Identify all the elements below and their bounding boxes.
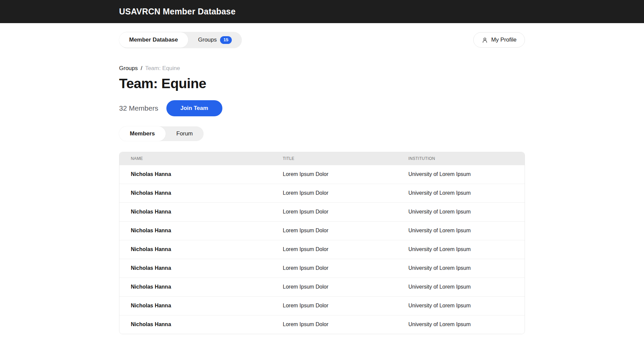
table-row[interactable]: Nicholas Hanna Lorem Ipsum Dolor Univers… — [119, 259, 525, 278]
tab-forum[interactable]: Forum — [166, 126, 204, 141]
table-row[interactable]: Nicholas Hanna Lorem Ipsum Dolor Univers… — [119, 296, 525, 315]
main-nav-tabs: Member Database Groups 15 — [119, 32, 242, 48]
member-name: Nicholas Hanna — [119, 284, 271, 290]
member-institution: University of Lorem Ipsum — [397, 171, 525, 177]
member-count: 32 Members — [119, 104, 158, 112]
table-row[interactable]: Nicholas Hanna Lorem Ipsum Dolor Univers… — [119, 240, 525, 259]
tab-forum-label: Forum — [176, 130, 193, 137]
member-institution: University of Lorem Ipsum — [397, 246, 525, 252]
member-institution: University of Lorem Ipsum — [397, 190, 525, 196]
member-name: Nicholas Hanna — [119, 209, 271, 215]
table-row[interactable]: Nicholas Hanna Lorem Ipsum Dolor Univers… — [119, 278, 525, 296]
member-institution: University of Lorem Ipsum — [397, 209, 525, 215]
app-header: USAVRCN Member Database — [0, 0, 644, 23]
column-header-title: Title — [271, 156, 397, 161]
breadcrumb-separator: / — [141, 65, 142, 71]
member-title: Lorem Ipsum Dolor — [271, 209, 397, 215]
member-institution: University of Lorem Ipsum — [397, 228, 525, 234]
member-name: Nicholas Hanna — [119, 228, 271, 234]
table-row[interactable]: Nicholas Hanna Lorem Ipsum Dolor Univers… — [119, 184, 525, 202]
members-table: Name Title Institution Nicholas Hanna Lo… — [119, 152, 525, 334]
member-institution: University of Lorem Ipsum — [397, 321, 525, 327]
member-title: Lorem Ipsum Dolor — [271, 265, 397, 271]
app-title: USAVRCN Member Database — [119, 7, 525, 16]
table-row[interactable]: Nicholas Hanna Lorem Ipsum Dolor Univers… — [119, 165, 525, 184]
tab-members-label: Members — [130, 130, 155, 137]
my-profile-label: My Profile — [491, 37, 517, 43]
tab-members[interactable]: Members — [119, 126, 166, 141]
member-title: Lorem Ipsum Dolor — [271, 171, 397, 177]
member-name: Nicholas Hanna — [119, 246, 271, 252]
tab-groups-label: Groups — [198, 37, 217, 43]
page-title: Team: Equine — [119, 76, 525, 92]
table-header-row: Name Title Institution — [119, 152, 525, 165]
column-header-institution: Institution — [397, 156, 525, 161]
column-header-name: Name — [119, 156, 271, 161]
member-institution: University of Lorem Ipsum — [397, 303, 525, 309]
member-title: Lorem Ipsum Dolor — [271, 284, 397, 290]
tab-groups[interactable]: Groups 15 — [188, 32, 242, 48]
join-team-button[interactable]: Join Team — [166, 100, 222, 116]
table-row[interactable]: Nicholas Hanna Lorem Ipsum Dolor Univers… — [119, 315, 525, 334]
breadcrumb-groups-link[interactable]: Groups — [119, 65, 138, 71]
breadcrumb-current: Team: Equine — [145, 65, 180, 71]
groups-count-badge: 15 — [220, 36, 231, 44]
member-institution: University of Lorem Ipsum — [397, 284, 525, 290]
member-name: Nicholas Hanna — [119, 303, 271, 309]
user-icon — [482, 37, 488, 43]
member-name: Nicholas Hanna — [119, 321, 271, 327]
table-body: Nicholas Hanna Lorem Ipsum Dolor Univers… — [119, 165, 525, 334]
member-name: Nicholas Hanna — [119, 171, 271, 177]
member-title: Lorem Ipsum Dolor — [271, 190, 397, 196]
team-actions: 32 Members Join Team — [119, 100, 525, 116]
member-title: Lorem Ipsum Dolor — [271, 303, 397, 309]
section-tabs: Members Forum — [119, 126, 525, 141]
member-title: Lorem Ipsum Dolor — [271, 321, 397, 327]
table-row[interactable]: Nicholas Hanna Lorem Ipsum Dolor Univers… — [119, 221, 525, 240]
member-name: Nicholas Hanna — [119, 190, 271, 196]
tab-member-database-label: Member Database — [129, 37, 178, 43]
member-title: Lorem Ipsum Dolor — [271, 228, 397, 234]
member-name: Nicholas Hanna — [119, 265, 271, 271]
my-profile-button[interactable]: My Profile — [473, 32, 525, 48]
nav-row: Member Database Groups 15 My Profile — [119, 32, 525, 48]
tab-member-database[interactable]: Member Database — [119, 32, 188, 48]
member-title: Lorem Ipsum Dolor — [271, 246, 397, 252]
member-institution: University of Lorem Ipsum — [397, 265, 525, 271]
table-row[interactable]: Nicholas Hanna Lorem Ipsum Dolor Univers… — [119, 202, 525, 221]
breadcrumb: Groups / Team: Equine — [119, 65, 525, 72]
